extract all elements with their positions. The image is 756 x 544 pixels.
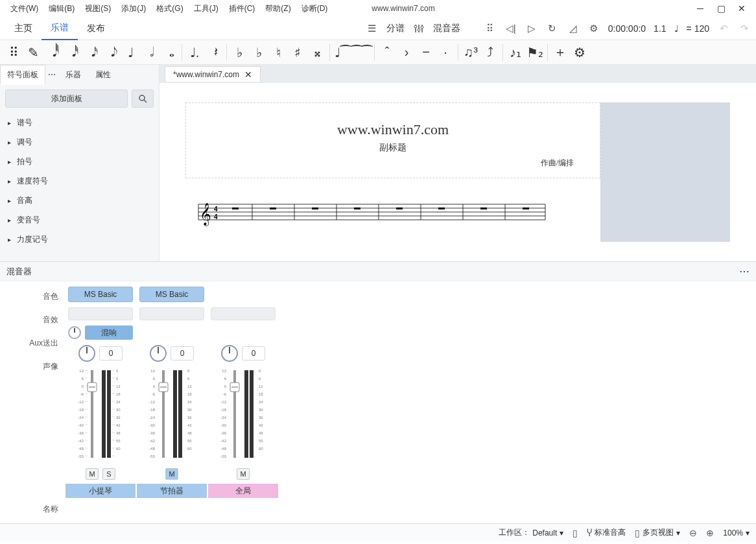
- score-page[interactable]: www.winwin7.com 副标题 作曲/编排: [185, 102, 600, 242]
- tab-publish[interactable]: 发布: [78, 18, 114, 40]
- menu-tools[interactable]: 工具(J): [189, 1, 224, 17]
- workspace-selector[interactable]: 工作区：Default▾: [499, 527, 563, 538]
- undo-icon[interactable]: ↶: [717, 22, 730, 35]
- zoom-value[interactable]: 100%▾: [723, 528, 750, 538]
- settings-icon[interactable]: ⚙: [587, 22, 600, 35]
- menu-view[interactable]: 视图(S): [80, 1, 116, 17]
- palette-item-accidental[interactable]: ▸变音号: [0, 210, 159, 230]
- sound-select-2[interactable]: MS Basic: [139, 287, 204, 302]
- window-minimize-icon[interactable]: ─: [691, 2, 709, 15]
- tab-home[interactable]: 主页: [5, 18, 41, 40]
- fader-2[interactable]: 1260-6-12-18-24-30-36-42-48-55 061218243…: [139, 367, 204, 464]
- grip-icon[interactable]: ⠿: [4, 43, 23, 62]
- menu-plugins[interactable]: 插件(C): [224, 1, 261, 17]
- window-close-icon[interactable]: ✕: [733, 2, 751, 15]
- reverb-button-1[interactable]: 混响: [85, 325, 133, 340]
- palette-item-pitch[interactable]: ▸音高: [0, 191, 159, 210]
- mute-1[interactable]: M: [86, 468, 99, 480]
- lp-tab-palette[interactable]: 符号面板: [0, 65, 45, 85]
- mute-2[interactable]: M: [165, 468, 178, 480]
- pan-value-2[interactable]: 0: [171, 346, 194, 361]
- window-maximize-icon[interactable]: ▢: [712, 2, 730, 15]
- menu-diag[interactable]: 诊断(D): [296, 1, 333, 17]
- mixer-label[interactable]: 混音器: [433, 23, 460, 34]
- sharp-icon[interactable]: ♯: [288, 43, 307, 62]
- play-icon[interactable]: ▷: [525, 22, 538, 35]
- solo-1[interactable]: S: [102, 468, 115, 480]
- mixer-sliders-icon[interactable]: [412, 22, 425, 35]
- note-16th-icon[interactable]: 𝅘𝅥𝅯: [82, 43, 101, 62]
- chan-name-3[interactable]: 全局: [208, 484, 278, 498]
- midi-icon[interactable]: ▯: [573, 528, 578, 538]
- pan-knob-3[interactable]: [221, 345, 238, 362]
- menu-format[interactable]: 格式(G): [151, 1, 188, 17]
- note-64th-icon[interactable]: 𝅘𝅥𝅱: [43, 43, 62, 62]
- slur-icon[interactable]: ⁀⁀: [352, 43, 372, 62]
- search-button[interactable]: [132, 89, 154, 108]
- palette-item-timesig[interactable]: ▸拍号: [0, 152, 159, 171]
- redo-icon[interactable]: ↷: [738, 22, 751, 35]
- chan-name-2[interactable]: 节拍器: [137, 484, 207, 498]
- sound-select-1[interactable]: MS Basic: [68, 287, 133, 302]
- menu-add[interactable]: 添加(J): [116, 1, 151, 17]
- flip-icon[interactable]: ⤴: [480, 43, 500, 62]
- tie-icon[interactable]: ♩⁀: [333, 43, 352, 62]
- staccato-icon[interactable]: ·: [436, 43, 455, 62]
- fx-slot-1[interactable]: [68, 307, 133, 320]
- pan-value-3[interactable]: 0: [242, 346, 265, 361]
- mute-3[interactable]: M: [237, 468, 250, 480]
- loop-icon[interactable]: ↻: [546, 22, 559, 35]
- palette-item-tempo[interactable]: ▸速度符号: [0, 171, 159, 191]
- menu-file[interactable]: 文件(W): [5, 1, 43, 17]
- natural-icon[interactable]: ♮: [268, 43, 288, 62]
- concert-pitch[interactable]: Ⴤ标准音高: [587, 527, 626, 538]
- document-tab[interactable]: *www.winwin7.com ✕: [165, 66, 261, 82]
- lp-more-icon[interactable]: ⋯: [45, 70, 58, 79]
- palette-item-keysig[interactable]: ▸调号: [0, 132, 159, 152]
- tenuto-icon[interactable]: −: [416, 43, 436, 62]
- score-composer[interactable]: 作曲/编排: [199, 158, 587, 169]
- pan-knob-2[interactable]: [150, 345, 167, 362]
- zoom-in-icon[interactable]: ⊕: [706, 528, 714, 538]
- palette-item-dynamics[interactable]: ▸力度记号: [0, 230, 159, 249]
- note-half-icon[interactable]: 𝅗𝅥: [140, 43, 159, 62]
- score-subtitle[interactable]: 副标题: [199, 142, 587, 154]
- flat2-icon[interactable]: ♭: [249, 43, 268, 62]
- fader-1[interactable]: 1260-6 -12-18-24-30 -36-42-48-55 061218 …: [68, 367, 133, 464]
- parts-label[interactable]: 分谱: [386, 23, 405, 34]
- voice2-icon[interactable]: ⚑₂: [525, 43, 545, 62]
- zoom-out-icon[interactable]: ⊖: [689, 528, 697, 538]
- fx-slot-3[interactable]: [211, 307, 276, 320]
- fx-slot-2[interactable]: [139, 307, 204, 320]
- menu-help[interactable]: 帮助(Z): [260, 1, 296, 17]
- view-selector[interactable]: ▯多页视图▾: [635, 527, 680, 538]
- score-title[interactable]: www.winwin7.com: [199, 121, 587, 138]
- voice1-icon[interactable]: ♪₁: [506, 43, 525, 62]
- fader-3[interactable]: 1260-6-12-18-24-30-36-42-48-55 061218243…: [211, 367, 276, 464]
- drag-dots-icon[interactable]: ⠿: [484, 22, 497, 35]
- rest-icon[interactable]: 𝄽: [204, 43, 224, 62]
- lp-tab-instrument[interactable]: 乐器: [58, 65, 88, 85]
- lp-tab-property[interactable]: 属性: [88, 65, 118, 85]
- note-8th-icon[interactable]: 𝅘𝅥𝅮: [101, 43, 121, 62]
- close-tab-icon[interactable]: ✕: [244, 69, 252, 80]
- metronome-icon[interactable]: ◿: [567, 22, 580, 35]
- marcato-icon[interactable]: ˆ: [377, 43, 397, 62]
- chan-name-1[interactable]: 小提琴: [65, 484, 136, 498]
- note-32nd-icon[interactable]: 𝅘𝅥𝅰: [62, 43, 82, 62]
- tuplet-icon[interactable]: ♫³: [461, 43, 480, 62]
- gear2-icon[interactable]: ⚙: [570, 43, 589, 62]
- accent-icon[interactable]: ›: [397, 43, 416, 62]
- mixer-more-icon[interactable]: ⋯: [739, 265, 750, 278]
- note-quarter-icon[interactable]: ♩: [121, 43, 140, 62]
- pan-value-1[interactable]: 0: [99, 346, 123, 361]
- flat-icon[interactable]: ♭: [230, 43, 249, 62]
- staff[interactable]: 𝄞 4 4: [185, 198, 600, 232]
- add-panel-button[interactable]: 添加面板: [5, 89, 128, 108]
- rewind-icon[interactable]: ◁|: [504, 22, 517, 35]
- dot-icon[interactable]: ♩.: [185, 43, 204, 62]
- add-icon[interactable]: ＋: [550, 43, 570, 62]
- parts-icon[interactable]: ☰: [366, 22, 379, 35]
- pencil-icon[interactable]: ✎: [23, 43, 43, 62]
- tab-score[interactable]: 乐谱: [41, 17, 78, 40]
